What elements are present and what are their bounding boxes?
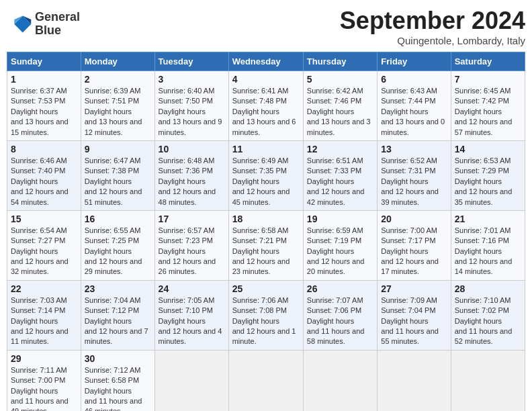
cell-info: Sunrise: 7:12 AM Sunset: 6:58 PM Dayligh…: [85, 365, 151, 411]
cell-info: Sunrise: 6:41 AM Sunset: 7:48 PM Dayligh…: [232, 86, 300, 138]
calendar-cell: [303, 350, 377, 411]
calendar-cell: 29 Sunrise: 7:11 AM Sunset: 7:00 PM Dayl…: [7, 350, 81, 411]
calendar-cell: 26 Sunrise: 7:07 AM Sunset: 7:06 PM Dayl…: [303, 280, 377, 350]
cell-info: Sunrise: 6:49 AM Sunset: 7:35 PM Dayligh…: [232, 156, 300, 208]
day-number: 7: [455, 74, 521, 85]
calendar-cell: [228, 350, 303, 411]
calendar-cell: 13 Sunrise: 6:52 AM Sunset: 7:31 PM Dayl…: [378, 140, 451, 210]
logo-line1: General: [35, 11, 80, 24]
day-number: 13: [381, 144, 447, 154]
day-number: 14: [455, 144, 521, 154]
cell-info: Sunrise: 6:53 AM Sunset: 7:29 PM Dayligh…: [455, 156, 521, 208]
cell-info: Sunrise: 6:55 AM Sunset: 7:25 PM Dayligh…: [85, 226, 151, 277]
cell-info: Sunrise: 6:52 AM Sunset: 7:31 PM Dayligh…: [381, 156, 447, 208]
title-area: September 2024 Quingentole, Lombardy, It…: [340, 7, 525, 46]
calendar-cell: 20 Sunrise: 7:00 AM Sunset: 7:17 PM Dayl…: [378, 210, 451, 280]
logo-line2: Blue: [35, 24, 80, 38]
day-header-friday: Friday: [378, 52, 451, 71]
calendar-cell: 28 Sunrise: 7:10 AM Sunset: 7:02 PM Dayl…: [451, 280, 525, 350]
cell-info: Sunrise: 7:09 AM Sunset: 7:04 PM Dayligh…: [381, 295, 447, 347]
cell-info: Sunrise: 6:58 AM Sunset: 7:21 PM Dayligh…: [232, 226, 300, 277]
cell-info: Sunrise: 6:59 AM Sunset: 7:19 PM Dayligh…: [307, 226, 373, 277]
calendar-cell: 22 Sunrise: 7:03 AM Sunset: 7:14 PM Dayl…: [7, 280, 81, 350]
calendar-cell: 1 Sunrise: 6:37 AM Sunset: 7:53 PM Dayli…: [7, 71, 81, 141]
day-number: 15: [11, 214, 77, 224]
cell-info: Sunrise: 7:07 AM Sunset: 7:06 PM Dayligh…: [307, 295, 373, 347]
cell-info: Sunrise: 6:40 AM Sunset: 7:50 PM Dayligh…: [159, 86, 225, 138]
calendar-cell: 14 Sunrise: 6:53 AM Sunset: 7:29 PM Dayl…: [451, 140, 525, 210]
cell-info: Sunrise: 7:11 AM Sunset: 7:00 PM Dayligh…: [11, 365, 77, 411]
day-number: 23: [85, 283, 151, 294]
day-header-wednesday: Wednesday: [228, 52, 303, 71]
logo-icon: [11, 13, 32, 35]
day-number: 6: [381, 74, 447, 85]
calendar-cell: 16 Sunrise: 6:55 AM Sunset: 7:25 PM Dayl…: [81, 210, 154, 280]
day-number: 22: [11, 283, 77, 294]
day-number: 1: [11, 74, 77, 85]
day-number: 9: [85, 144, 151, 154]
calendar-cell: [451, 350, 525, 411]
day-number: 12: [307, 144, 373, 154]
cell-info: Sunrise: 6:45 AM Sunset: 7:42 PM Dayligh…: [455, 86, 521, 138]
cell-info: Sunrise: 7:00 AM Sunset: 7:17 PM Dayligh…: [381, 226, 447, 277]
month-title: September 2024: [340, 7, 525, 35]
day-header-tuesday: Tuesday: [154, 52, 228, 71]
day-number: 11: [232, 144, 300, 154]
logo: General Blue: [7, 7, 84, 42]
calendar-cell: [378, 350, 451, 411]
day-number: 5: [307, 74, 373, 85]
day-number: 16: [85, 214, 151, 224]
cell-info: Sunrise: 6:54 AM Sunset: 7:27 PM Dayligh…: [11, 226, 77, 277]
day-header-thursday: Thursday: [303, 52, 377, 71]
calendar-cell: 24 Sunrise: 7:05 AM Sunset: 7:10 PM Dayl…: [154, 280, 228, 350]
calendar-cell: 27 Sunrise: 7:09 AM Sunset: 7:04 PM Dayl…: [378, 280, 451, 350]
calendar-cell: 30 Sunrise: 7:12 AM Sunset: 6:58 PM Dayl…: [81, 350, 154, 411]
day-number: 29: [11, 353, 77, 364]
cell-info: Sunrise: 6:46 AM Sunset: 7:40 PM Dayligh…: [11, 156, 77, 208]
calendar-cell: 11 Sunrise: 6:49 AM Sunset: 7:35 PM Dayl…: [228, 140, 303, 210]
day-number: 18: [232, 214, 300, 224]
calendar-cell: [154, 350, 228, 411]
day-number: 25: [232, 283, 300, 294]
calendar-cell: 8 Sunrise: 6:46 AM Sunset: 7:40 PM Dayli…: [7, 140, 81, 210]
day-header-monday: Monday: [81, 52, 154, 71]
calendar-cell: 12 Sunrise: 6:51 AM Sunset: 7:33 PM Dayl…: [303, 140, 377, 210]
calendar-cell: 7 Sunrise: 6:45 AM Sunset: 7:42 PM Dayli…: [451, 71, 525, 141]
day-header-sunday: Sunday: [7, 52, 81, 71]
calendar-cell: 17 Sunrise: 6:57 AM Sunset: 7:23 PM Dayl…: [154, 210, 228, 280]
day-number: 10: [159, 144, 225, 154]
calendar-cell: 9 Sunrise: 6:47 AM Sunset: 7:38 PM Dayli…: [81, 140, 154, 210]
location-subtitle: Quingentole, Lombardy, Italy: [340, 35, 525, 46]
calendar-table: SundayMondayTuesdayWednesdayThursdayFrid…: [7, 52, 525, 411]
cell-info: Sunrise: 7:04 AM Sunset: 7:12 PM Dayligh…: [85, 295, 151, 347]
day-number: 2: [85, 74, 151, 85]
cell-info: Sunrise: 7:01 AM Sunset: 7:16 PM Dayligh…: [455, 226, 521, 277]
day-number: 17: [159, 214, 225, 224]
calendar-cell: 3 Sunrise: 6:40 AM Sunset: 7:50 PM Dayli…: [154, 71, 228, 141]
cell-info: Sunrise: 6:57 AM Sunset: 7:23 PM Dayligh…: [159, 226, 225, 277]
day-number: 24: [159, 283, 225, 294]
day-number: 27: [381, 283, 447, 294]
cell-info: Sunrise: 6:42 AM Sunset: 7:46 PM Dayligh…: [307, 86, 373, 138]
cell-info: Sunrise: 7:05 AM Sunset: 7:10 PM Dayligh…: [159, 295, 225, 347]
cell-info: Sunrise: 7:06 AM Sunset: 7:08 PM Dayligh…: [232, 295, 300, 347]
cell-info: Sunrise: 6:39 AM Sunset: 7:51 PM Dayligh…: [85, 86, 151, 138]
cell-info: Sunrise: 7:10 AM Sunset: 7:02 PM Dayligh…: [455, 295, 521, 347]
calendar-cell: 6 Sunrise: 6:43 AM Sunset: 7:44 PM Dayli…: [378, 71, 451, 141]
day-number: 30: [85, 353, 151, 364]
day-header-saturday: Saturday: [451, 52, 525, 71]
calendar-cell: 23 Sunrise: 7:04 AM Sunset: 7:12 PM Dayl…: [81, 280, 154, 350]
calendar-cell: 19 Sunrise: 6:59 AM Sunset: 7:19 PM Dayl…: [303, 210, 377, 280]
day-number: 19: [307, 214, 373, 224]
cell-info: Sunrise: 6:47 AM Sunset: 7:38 PM Dayligh…: [85, 156, 151, 208]
calendar-cell: 21 Sunrise: 7:01 AM Sunset: 7:16 PM Dayl…: [451, 210, 525, 280]
cell-info: Sunrise: 6:37 AM Sunset: 7:53 PM Dayligh…: [11, 86, 77, 138]
calendar-cell: 15 Sunrise: 6:54 AM Sunset: 7:27 PM Dayl…: [7, 210, 81, 280]
calendar-cell: 25 Sunrise: 7:06 AM Sunset: 7:08 PM Dayl…: [228, 280, 303, 350]
day-number: 8: [11, 144, 77, 154]
calendar-cell: 10 Sunrise: 6:48 AM Sunset: 7:36 PM Dayl…: [154, 140, 228, 210]
day-number: 28: [455, 283, 521, 294]
cell-info: Sunrise: 6:48 AM Sunset: 7:36 PM Dayligh…: [159, 156, 225, 208]
cell-info: Sunrise: 6:43 AM Sunset: 7:44 PM Dayligh…: [381, 86, 447, 138]
cell-info: Sunrise: 6:51 AM Sunset: 7:33 PM Dayligh…: [307, 156, 373, 208]
